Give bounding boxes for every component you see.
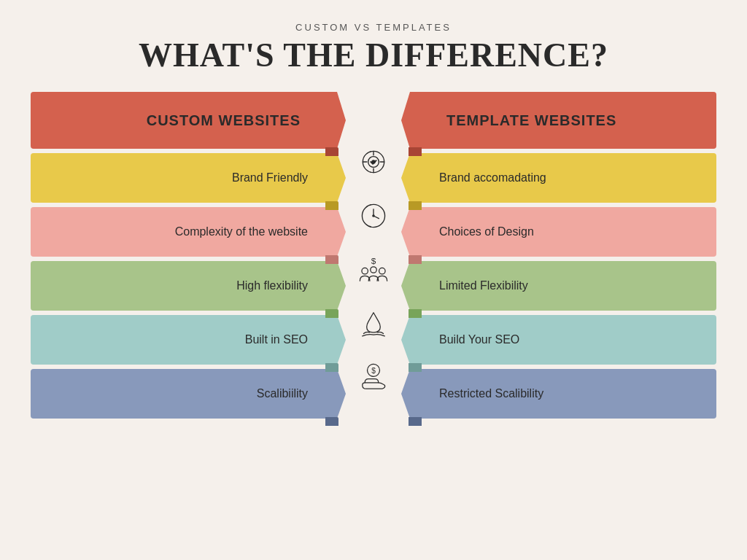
left-fold-2 (325, 255, 338, 264)
right-header-banner: TEMPLATE WEBSITES (410, 92, 716, 149)
left-fold-1 (325, 201, 338, 210)
left-row-3-text: High flexibility (236, 279, 308, 292)
left-row-2-text: Complexity of the website (175, 225, 308, 238)
right-row-4: Build Your SEO (410, 315, 716, 365)
right-row-5: Restricted Scalibility (410, 369, 716, 419)
right-header-text: TEMPLATE WEBSITES (446, 112, 616, 129)
right-row-5-text: Restricted Scalibility (439, 387, 543, 400)
right-column: TEMPLATE WEBSITES Brand accomadating Cho… (410, 92, 716, 419)
svg-point-12 (362, 268, 368, 273)
clock-icon (357, 200, 390, 232)
left-fold-5 (325, 417, 338, 426)
left-fold-3 (325, 309, 338, 318)
svg-point-13 (379, 268, 385, 273)
clock-icon-cell (357, 191, 390, 241)
left-row-5-text: Scalibiility (257, 387, 308, 400)
team-dollar-icon-cell: $ (357, 245, 390, 295)
hand-coin-icon-cell: $ (357, 353, 390, 402)
right-row-2: Choices of Design (410, 207, 716, 257)
left-column: CUSTOM WEBSITES Brand Friendly Complexit… (31, 92, 337, 419)
main-title: WHAT'S THE DIFFERENCE? (139, 36, 608, 74)
svg-point-10 (372, 214, 375, 217)
right-fold-4 (409, 363, 422, 372)
svg-text:$: $ (371, 367, 376, 375)
hands-water-icon (357, 308, 390, 340)
right-row-1: Brand accomadating (410, 153, 716, 203)
right-row-2-text: Choices of Design (439, 225, 534, 238)
left-header-text: CUSTOM WEBSITES (147, 112, 301, 129)
subtitle: CUSTOM VS TEMPLATES (139, 22, 608, 33)
right-fold-2 (409, 255, 422, 264)
hand-coin-icon: $ (357, 362, 390, 394)
right-fold-3 (409, 309, 422, 318)
left-header-banner: CUSTOM WEBSITES (31, 92, 337, 149)
left-row-2: Complexity of the website (31, 207, 337, 257)
hands-water-icon-cell (357, 299, 390, 349)
left-row-4-text: Built in SEO (245, 333, 308, 346)
right-fold-1 (409, 201, 422, 210)
right-row-4-text: Build Your SEO (439, 333, 519, 346)
left-row-4: Built in SEO (31, 315, 337, 365)
team-dollar-icon: $ (357, 254, 390, 286)
right-row-3-text: Limited Flexibility (439, 279, 528, 292)
svg-text:$: $ (371, 256, 376, 266)
header: CUSTOM VS TEMPLATES WHAT'S THE DIFFERENC… (139, 22, 608, 74)
left-row-1-text: Brand Friendly (232, 171, 308, 184)
target-icon (357, 146, 390, 178)
right-row-1-text: Brand accomadating (439, 171, 546, 184)
right-header-fold (409, 147, 422, 156)
left-header-fold (325, 147, 338, 156)
right-row-3: Limited Flexibility (410, 261, 716, 311)
right-fold-5 (409, 417, 422, 426)
left-fold-4 (325, 363, 338, 372)
page: CUSTOM VS TEMPLATES WHAT'S THE DIFFERENC… (0, 0, 747, 560)
target-icon-cell (357, 137, 390, 187)
left-row-5: Scalibiility (31, 369, 337, 419)
center-icons: $ (337, 92, 410, 402)
left-row-3: High flexibility (31, 261, 337, 311)
left-row-1: Brand Friendly (31, 153, 337, 203)
comparison: CUSTOM WEBSITES Brand Friendly Complexit… (29, 92, 718, 419)
svg-point-14 (371, 267, 376, 273)
